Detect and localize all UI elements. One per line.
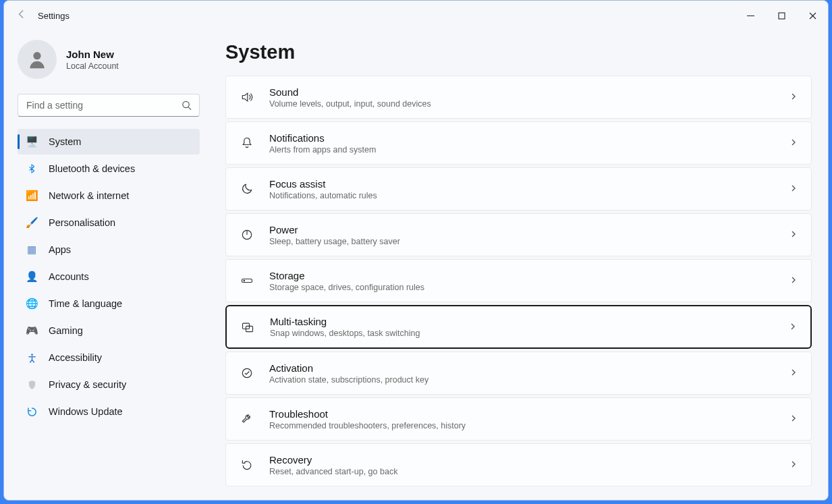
svg-point-14: [242, 368, 251, 377]
nav-label: Bluetooth & devices: [49, 163, 135, 174]
card-title: Notifications: [269, 132, 789, 144]
shield-icon: [26, 379, 38, 391]
close-button[interactable]: [797, 1, 828, 30]
chevron-right-icon: [789, 275, 798, 287]
search-input[interactable]: [18, 94, 200, 117]
back-button[interactable]: [15, 9, 28, 22]
multitask-icon: [240, 320, 255, 335]
user-name: John New: [66, 49, 119, 60]
nav-time-language[interactable]: 🌐Time & language: [18, 291, 200, 316]
nav-label: Privacy & security: [49, 379, 126, 390]
update-icon: [26, 405, 38, 418]
svg-rect-1: [779, 13, 785, 19]
card-desc: Sleep, battery usage, battery saver: [269, 237, 789, 246]
nav-label: Accounts: [49, 271, 89, 282]
card-notifications[interactable]: NotificationsAlerts from apps and system: [225, 121, 812, 165]
main-content: System SoundVolume levels, output, input…: [213, 30, 828, 500]
card-desc: Volume levels, output, input, sound devi…: [269, 99, 789, 109]
card-multi-tasking[interactable]: Multi-taskingSnap windows, desktops, tas…: [225, 305, 812, 349]
profile[interactable]: John New Local Account: [18, 40, 200, 79]
svg-point-11: [244, 280, 245, 281]
card-activation[interactable]: ActivationActivation state, subscription…: [225, 352, 812, 395]
nav-personalisation[interactable]: 🖌️Personalisation: [18, 210, 200, 235]
nav-label: Windows Update: [49, 406, 123, 417]
globe-clock-icon: 🌐: [26, 298, 38, 310]
display-icon: 🖥️: [26, 136, 38, 148]
search-wrap: [18, 94, 200, 117]
card-title: Focus assist: [269, 178, 789, 190]
card-title: Storage: [269, 270, 789, 281]
card-title: Troubleshoot: [269, 408, 789, 420]
avatar-icon: [18, 40, 57, 79]
card-title: Recovery: [269, 454, 789, 466]
nav-label: System: [49, 136, 81, 147]
storage-icon: [240, 273, 254, 288]
card-troubleshoot[interactable]: TroubleshootRecommended troubleshooters,…: [225, 397, 812, 441]
chevron-right-icon: [789, 459, 798, 471]
maximize-button[interactable]: [766, 1, 797, 30]
nav-windows-update[interactable]: Windows Update: [18, 399, 200, 424]
wrench-icon: [240, 412, 254, 426]
nav-label: Gaming: [49, 325, 83, 336]
chevron-right-icon: [789, 91, 798, 103]
nav-accessibility[interactable]: Accessibility: [18, 345, 200, 370]
card-focus-assist[interactable]: Focus assistNotifications, automatic rul…: [225, 167, 812, 211]
settings-window: Settings John New Local Account: [3, 0, 829, 501]
nav-bluetooth-devices[interactable]: Bluetooth & devices: [18, 156, 200, 181]
moon-icon: [240, 181, 254, 196]
card-sound[interactable]: SoundVolume levels, output, input, sound…: [225, 76, 812, 119]
card-desc: Reset, advanced start-up, go back: [269, 467, 789, 476]
bluetooth-icon: [26, 163, 38, 175]
checkmark-circle-icon: [240, 366, 254, 381]
card-desc: Activation state, subscriptions, product…: [269, 375, 789, 385]
accessibility-icon: [26, 352, 38, 364]
apps-icon: ▦: [26, 244, 38, 256]
nav-network-internet[interactable]: 📶Network & internet: [18, 183, 200, 208]
sidebar: John New Local Account 🖥️System Bluetoot…: [4, 30, 213, 500]
nav-apps[interactable]: ▦Apps: [18, 237, 200, 262]
chevron-right-icon: [789, 183, 798, 195]
chevron-right-icon: [789, 229, 798, 241]
nav-label: Network & internet: [49, 190, 129, 201]
sound-icon: [240, 90, 254, 105]
card-desc: Notifications, automatic rules: [269, 191, 789, 200]
svg-point-4: [33, 52, 40, 59]
page-title: System: [225, 41, 812, 63]
brush-icon: 🖌️: [26, 217, 38, 229]
wifi-icon: 📶: [26, 190, 38, 202]
nav-label: Personalisation: [49, 217, 115, 228]
svg-point-7: [31, 354, 33, 356]
card-title: Multi-tasking: [270, 316, 789, 327]
account-type: Local Account: [66, 61, 119, 71]
recovery-icon: [240, 457, 254, 472]
bell-icon: [240, 136, 254, 150]
svg-point-5: [183, 101, 189, 107]
nav-list: 🖥️System Bluetooth & devices 📶Network & …: [18, 129, 200, 426]
chevron-right-icon: [789, 413, 798, 425]
card-desc: Alerts from apps and system: [269, 145, 789, 155]
nav-privacy-security[interactable]: Privacy & security: [18, 372, 200, 397]
search-icon: [182, 101, 192, 111]
card-desc: Snap windows, desktops, task switching: [270, 329, 789, 338]
nav-gaming[interactable]: 🎮Gaming: [18, 318, 200, 343]
card-title: Sound: [269, 86, 789, 98]
titlebar: Settings: [4, 1, 828, 30]
nav-label: Accessibility: [49, 352, 102, 363]
card-storage[interactable]: StorageStorage space, drives, configurat…: [225, 259, 812, 302]
window-controls: [735, 1, 828, 30]
nav-system[interactable]: 🖥️System: [18, 129, 200, 155]
nav-label: Apps: [49, 244, 71, 255]
card-title: Activation: [269, 362, 789, 374]
svg-line-6: [188, 107, 191, 110]
app-title: Settings: [38, 11, 70, 21]
nav-accounts[interactable]: 👤Accounts: [18, 264, 200, 289]
card-power[interactable]: PowerSleep, battery usage, battery saver: [225, 213, 812, 256]
card-recovery[interactable]: RecoveryReset, advanced start-up, go bac…: [225, 443, 812, 486]
chevron-right-icon: [789, 321, 797, 333]
minimize-button[interactable]: [735, 1, 766, 30]
card-desc: Storage space, drives, configuration rul…: [269, 283, 789, 292]
card-desc: Recommended troubleshooters, preferences…: [269, 421, 789, 430]
card-title: Power: [269, 224, 789, 235]
chevron-right-icon: [789, 367, 798, 379]
chevron-right-icon: [789, 137, 798, 149]
